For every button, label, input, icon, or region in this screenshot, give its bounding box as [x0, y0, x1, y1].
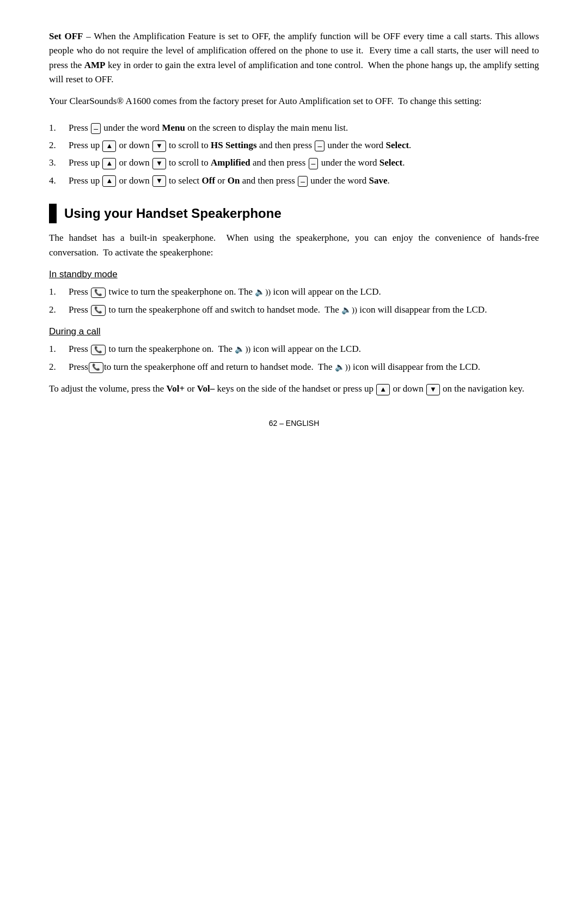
heading-bar — [49, 204, 57, 223]
down-key-vol: ▼ — [426, 384, 440, 395]
phone-key-standby-2: 📞 — [91, 305, 106, 316]
factory-preset-para: Your ClearSounds® A1600 comes from the f… — [49, 94, 539, 108]
up-key-vol: ▲ — [376, 384, 390, 395]
down-key-2: ▼ — [152, 141, 166, 152]
step-content-3: Press up ▲ or down ▼ to scroll to Amplif… — [69, 156, 539, 170]
page-footer: 62 – ENGLISH — [49, 418, 539, 430]
during-call-subheading: During a call — [49, 325, 539, 339]
standby-step-content-2: Press 📞 to turn the speakerphone off and… — [69, 303, 539, 317]
intro-block: Set OFF – When the Amplification Feature… — [49, 29, 539, 109]
page-number: 62 – ENGLISH — [269, 419, 320, 428]
menu-key-icon: – — [91, 123, 101, 134]
down-key-4: ▼ — [152, 175, 166, 187]
main-steps-list: 1. Press – under the word Menu on the sc… — [49, 121, 539, 188]
during-step-num-1: 1. — [49, 342, 69, 356]
standby-subheading: In standby mode — [49, 267, 539, 282]
save-key-4: – — [298, 176, 308, 187]
speaker-icon-standby-2: 🔈)) — [341, 306, 357, 314]
up-key-4: ▲ — [102, 175, 116, 187]
speakerphone-section-heading: Using your Handset Speakerphone — [49, 203, 539, 223]
standby-step-num-2: 2. — [49, 303, 69, 317]
during-steps-list: 1. Press 📞 to turn the speakerphone on. … — [49, 342, 539, 374]
vol-minus-label: Vol– — [197, 383, 215, 394]
speakerphone-heading-text: Using your Handset Speakerphone — [64, 203, 281, 223]
phone-key-during-2: 📞 — [89, 362, 103, 373]
select-key-2: – — [315, 141, 324, 151]
speakerphone-intro: The handset has a built-in speakerphone.… — [49, 231, 539, 260]
set-off-para: Set OFF – When the Amplification Feature… — [49, 29, 539, 87]
standby-step-2: 2. Press 📞 to turn the speakerphone off … — [49, 303, 539, 317]
phone-key-during-1: 📞 — [91, 345, 106, 356]
step-num-3: 3. — [49, 156, 69, 170]
step-content-4: Press up ▲ or down ▼ to select Off or On… — [69, 174, 539, 188]
select-label-2: Select — [386, 140, 409, 150]
standby-steps-list: 1. Press 📞 twice to turn the speakerphon… — [49, 285, 539, 317]
step-num-4: 4. — [49, 174, 69, 188]
set-off-label: Set OFF — [49, 31, 83, 41]
main-step-3: 3. Press up ▲ or down ▼ to scroll to Amp… — [49, 156, 539, 170]
standby-step-1: 1. Press 📞 twice to turn the speakerphon… — [49, 285, 539, 299]
hs-settings-label: HS Settings — [211, 140, 257, 150]
standby-step-content-1: Press 📞 twice to turn the speakerphone o… — [69, 285, 539, 299]
up-key-2: ▲ — [102, 141, 116, 152]
save-label: Save — [369, 175, 387, 186]
amplified-label: Amplified — [211, 157, 250, 168]
menu-label: Menu — [162, 123, 185, 133]
speaker-icon-standby-1: 🔈)) — [255, 288, 271, 297]
step-num-1: 1. — [49, 121, 69, 135]
step-content-1: Press – under the word Menu on the scree… — [69, 121, 539, 135]
main-step-1: 1. Press – under the word Menu on the sc… — [49, 121, 539, 135]
speaker-icon-during-1: 🔈)) — [235, 345, 250, 354]
step-content-2: Press up ▲ or down ▼ to scroll to HS Set… — [69, 138, 539, 152]
off-label: Off — [202, 175, 216, 186]
during-step-2: 2. Press📞to turn the speakerphone off an… — [49, 360, 539, 374]
main-step-4: 4. Press up ▲ or down ▼ to select Off or… — [49, 174, 539, 188]
up-key-3: ▲ — [102, 158, 116, 169]
during-step-1: 1. Press 📞 to turn the speakerphone on. … — [49, 342, 539, 356]
during-step-content-1: Press 📞 to turn the speakerphone on. The… — [69, 342, 539, 356]
during-step-content-2: Press📞to turn the speakerphone off and r… — [69, 360, 539, 374]
vol-plus-label: Vol+ — [167, 383, 185, 394]
select-label-3: Select — [379, 157, 402, 168]
speaker-icon-during-2: 🔈)) — [335, 363, 351, 371]
step-num-2: 2. — [49, 138, 69, 152]
standby-step-num-1: 1. — [49, 285, 69, 299]
phone-key-standby-1: 📞 — [91, 288, 106, 298]
main-step-2: 2. Press up ▲ or down ▼ to scroll to HS … — [49, 138, 539, 152]
on-label: On — [228, 175, 240, 186]
during-step-num-2: 2. — [49, 360, 69, 374]
select-key-3: – — [309, 158, 318, 169]
volume-note: To adjust the volume, press the Vol+ or … — [49, 382, 539, 396]
amp-key-label: AMP — [84, 60, 106, 70]
down-key-3: ▼ — [152, 158, 166, 169]
